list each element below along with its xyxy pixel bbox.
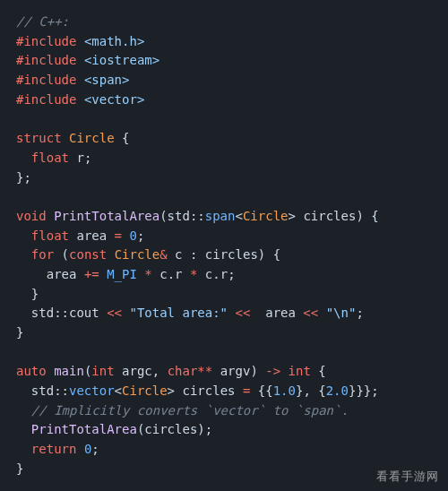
code-token: << bbox=[235, 306, 250, 320]
code-token bbox=[364, 209, 371, 223]
code-token: circles bbox=[182, 383, 235, 398]
code-token: { bbox=[318, 364, 325, 378]
code-token: // Implicitly converts `vector` to `span… bbox=[31, 403, 349, 418]
code-token: } bbox=[16, 325, 23, 340]
code-token: 2.0 bbox=[326, 383, 349, 398]
code-token: PrintTotalArea bbox=[54, 209, 159, 223]
code-token bbox=[76, 92, 83, 107]
code-line: // C++: bbox=[16, 14, 69, 29]
code-token: area bbox=[76, 228, 107, 243]
code-token bbox=[107, 228, 114, 243]
code-line: std::vector<Circle> circles = {{1.0}, {2… bbox=[16, 383, 379, 398]
code-token: }; bbox=[16, 170, 31, 185]
code-token bbox=[159, 364, 167, 378]
code-token: {{ bbox=[258, 383, 273, 398]
code-token bbox=[107, 247, 114, 262]
code-token: circles bbox=[303, 209, 356, 223]
code-token: Circle bbox=[69, 131, 115, 145]
code-line: #include <iostream> bbox=[16, 53, 159, 67]
code-token: std bbox=[168, 209, 190, 223]
code-token: ; bbox=[137, 228, 144, 243]
code-token bbox=[250, 306, 265, 320]
code-token: Circle bbox=[122, 383, 168, 398]
code-token: span bbox=[205, 209, 236, 223]
code-token bbox=[250, 383, 257, 398]
code-token: Circle bbox=[243, 209, 289, 223]
code-token: += bbox=[84, 267, 99, 281]
code-token: c bbox=[175, 247, 182, 262]
code-token bbox=[76, 34, 83, 48]
code-token: "Total area:" bbox=[129, 306, 228, 320]
code-line: }; bbox=[16, 170, 31, 185]
code-token: , bbox=[152, 364, 159, 378]
code-token: std bbox=[31, 383, 54, 398]
code-line: struct Circle { bbox=[16, 131, 129, 145]
code-line: #include <vector> bbox=[16, 92, 144, 107]
code-token bbox=[76, 442, 83, 456]
code-token: float bbox=[31, 151, 69, 165]
code-token: { bbox=[273, 247, 280, 262]
code-token: <span> bbox=[84, 73, 130, 87]
code-token: int bbox=[289, 364, 311, 378]
code-token bbox=[265, 247, 272, 262]
code-token: <iostream> bbox=[84, 53, 159, 67]
code-token bbox=[197, 267, 204, 281]
code-token bbox=[54, 247, 61, 262]
code-token bbox=[197, 247, 204, 262]
code-token: argv bbox=[220, 364, 251, 378]
code-line: auto main(int argc, char** argv) -> int … bbox=[16, 364, 326, 378]
code-line: #include <math.h> bbox=[16, 34, 144, 48]
code-token: area bbox=[47, 267, 77, 281]
code-block: // C++: #include <math.h> #include <iost… bbox=[16, 13, 432, 479]
code-token: int bbox=[91, 364, 114, 378]
code-token: #include bbox=[16, 73, 76, 87]
code-token: << bbox=[303, 306, 318, 320]
code-token: :: bbox=[190, 209, 205, 223]
code-token: PrintTotalArea bbox=[31, 422, 137, 436]
code-line: std::cout << "Total area:" << area << "\… bbox=[16, 306, 364, 320]
code-token: <math.h> bbox=[84, 34, 144, 48]
code-token: std bbox=[31, 306, 54, 320]
code-token: < bbox=[115, 383, 122, 398]
code-token bbox=[168, 247, 175, 262]
code-token: c bbox=[205, 267, 212, 281]
code-token: :: bbox=[54, 306, 69, 320]
code-token: < bbox=[235, 209, 242, 223]
code-token: ) bbox=[250, 364, 257, 378]
code-token bbox=[212, 364, 220, 378]
code-token: { bbox=[122, 131, 129, 145]
code-token: M_PI bbox=[107, 267, 137, 281]
watermark-text: 看看手游网 bbox=[376, 468, 439, 486]
code-line: return 0; bbox=[16, 442, 99, 456]
code-token: argc bbox=[122, 364, 152, 378]
code-token: void bbox=[16, 209, 47, 223]
code-line: // Implicitly converts `vector` to `span… bbox=[16, 403, 349, 418]
code-token: auto bbox=[16, 364, 47, 378]
code-token: 0 bbox=[129, 228, 136, 243]
code-token: ; bbox=[228, 267, 235, 281]
code-token: cout bbox=[69, 306, 99, 320]
code-token: #include bbox=[16, 53, 76, 67]
code-token: ; bbox=[91, 442, 99, 456]
code-token bbox=[152, 267, 159, 281]
code-token bbox=[280, 364, 288, 378]
code-token: }, { bbox=[296, 383, 326, 398]
code-token bbox=[47, 209, 54, 223]
code-token: vector bbox=[69, 383, 115, 398]
code-token: -> bbox=[265, 364, 280, 378]
code-token: Circle bbox=[115, 247, 160, 262]
code-line: void PrintTotalArea(std::span<Circle> ci… bbox=[16, 209, 379, 223]
code-line: } bbox=[16, 461, 23, 476]
code-line: } bbox=[16, 287, 39, 301]
code-token: ) bbox=[356, 209, 363, 223]
code-token: r bbox=[175, 267, 182, 281]
code-line: #include <span> bbox=[16, 73, 129, 87]
code-token: * bbox=[144, 267, 151, 281]
code-token: #include bbox=[16, 34, 76, 48]
code-token bbox=[47, 364, 54, 378]
code-token: } bbox=[31, 287, 39, 301]
code-token: 1.0 bbox=[273, 383, 296, 398]
code-token bbox=[99, 267, 107, 281]
code-line: float r; bbox=[16, 151, 91, 165]
code-token bbox=[62, 131, 69, 145]
